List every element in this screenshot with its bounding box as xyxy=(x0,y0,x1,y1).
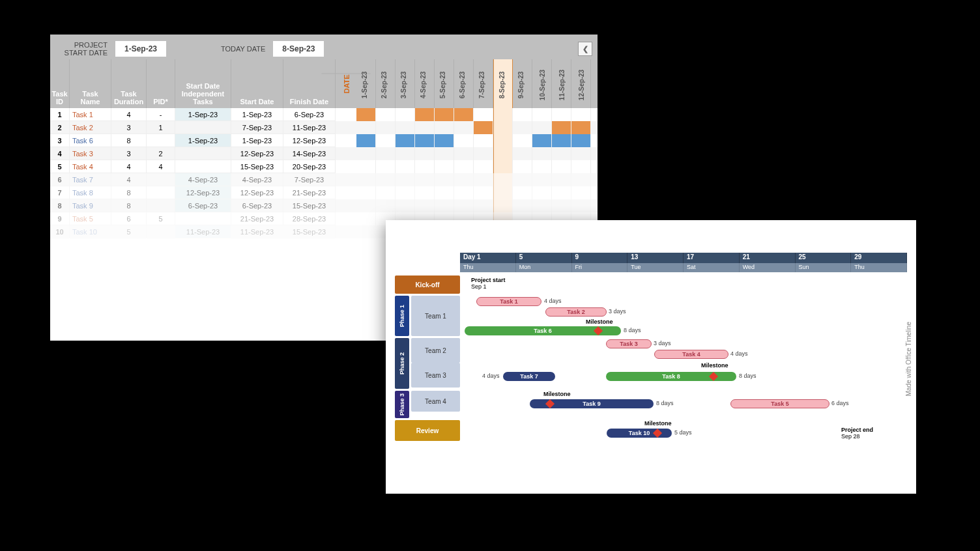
gantt-cell xyxy=(435,186,454,199)
cell[interactable]: 1-Sep-23 xyxy=(175,108,231,121)
cell[interactable]: 14-Sep-23 xyxy=(283,147,336,160)
cell[interactable]: 1-Sep-23 xyxy=(231,108,283,121)
cell[interactable]: 6-Sep-23 xyxy=(283,108,336,121)
cell[interactable]: 12-Sep-23 xyxy=(283,134,336,147)
cell[interactable]: Task 2 xyxy=(70,121,111,134)
table-row[interactable]: 7Task 8812-Sep-2312-Sep-2321-Sep-23 xyxy=(50,186,598,199)
bar-task7[interactable]: Task 7 xyxy=(503,372,555,381)
cell[interactable]: 4-Sep-23 xyxy=(231,173,283,186)
bar-task5[interactable]: Task 5 xyxy=(730,399,829,408)
project-start-marker: Project start Sep 1 xyxy=(471,277,506,290)
cell[interactable]: 4-Sep-23 xyxy=(175,173,231,186)
cell[interactable]: 15-Sep-23 xyxy=(283,225,336,238)
cell[interactable]: 12-Sep-23 xyxy=(231,186,283,199)
chevron-left-icon: ❮ xyxy=(583,45,588,53)
cell[interactable] xyxy=(175,121,231,134)
cell[interactable]: 2 xyxy=(147,147,175,160)
cell[interactable]: 4 xyxy=(111,108,147,121)
cell[interactable]: 15-Sep-23 xyxy=(231,160,283,173)
cell[interactable]: 8 xyxy=(111,199,147,212)
cell[interactable]: 1-Sep-23 xyxy=(231,134,283,147)
gantt-cell xyxy=(396,121,415,134)
cell[interactable]: 6-Sep-23 xyxy=(175,199,231,212)
cell[interactable]: Task 4 xyxy=(70,160,111,173)
cell[interactable] xyxy=(147,225,175,238)
cell[interactable]: 1 xyxy=(147,121,175,134)
cell[interactable]: Task 5 xyxy=(70,212,111,225)
cell[interactable] xyxy=(175,147,231,160)
table-row[interactable]: 4Task 33212-Sep-2314-Sep-23 xyxy=(50,147,598,160)
cell[interactable]: 1-Sep-23 xyxy=(175,134,231,147)
cell[interactable]: Task 8 xyxy=(70,186,111,199)
lane-phase2: Phase 2 Team 2 Team 3 Task 3 3 days Task… xyxy=(395,338,907,389)
cell[interactable] xyxy=(175,160,231,173)
cell[interactable]: 11-Sep-23 xyxy=(175,225,231,238)
table-row[interactable]: 8Task 986-Sep-236-Sep-2315-Sep-23 xyxy=(50,199,598,212)
cell[interactable]: 7-Sep-23 xyxy=(231,121,283,134)
project-start-value[interactable]: 1-Sep-23 xyxy=(115,41,166,57)
table-row[interactable]: 1Task 14-1-Sep-231-Sep-236-Sep-23 xyxy=(50,108,598,121)
cell[interactable]: 6-Sep-23 xyxy=(231,199,283,212)
cell[interactable]: 4 xyxy=(111,160,147,173)
bar-task2[interactable]: Task 2 xyxy=(545,307,607,317)
cell[interactable]: 3 xyxy=(111,147,147,160)
cell[interactable]: 10 xyxy=(50,225,70,238)
table-row[interactable]: 3Task 681-Sep-231-Sep-2312-Sep-23 xyxy=(50,134,598,147)
cell[interactable]: 4 xyxy=(147,160,175,173)
cell[interactable]: 8 xyxy=(111,134,147,147)
cell[interactable]: 28-Sep-23 xyxy=(283,212,336,225)
cell[interactable]: 1 xyxy=(50,108,70,121)
cell[interactable]: 7 xyxy=(50,186,70,199)
cell[interactable]: 4 xyxy=(50,147,70,160)
bar-task1[interactable]: Task 1 xyxy=(476,297,541,306)
cell[interactable] xyxy=(175,212,231,225)
cell[interactable]: 3 xyxy=(111,121,147,134)
cell[interactable]: - xyxy=(147,108,175,121)
cell[interactable]: Task 9 xyxy=(70,199,111,212)
cell[interactable]: 2 xyxy=(50,121,70,134)
cell[interactable]: 6 xyxy=(111,212,147,225)
cell[interactable]: 7-Sep-23 xyxy=(283,173,336,186)
milestone-label-1: Milestone xyxy=(586,318,613,325)
gantt-cell xyxy=(552,186,571,199)
cell[interactable]: Task 3 xyxy=(70,147,111,160)
cell[interactable]: 11-Sep-23 xyxy=(283,121,336,134)
gantt-cell xyxy=(571,147,591,160)
cell[interactable] xyxy=(147,173,175,186)
cell[interactable]: 8 xyxy=(111,186,147,199)
cell[interactable]: Task 1 xyxy=(70,108,111,121)
cell[interactable]: 8 xyxy=(50,199,70,212)
cell[interactable]: 3 xyxy=(50,134,70,147)
bar-task3[interactable]: Task 3 xyxy=(606,339,652,348)
cell[interactable]: 15-Sep-23 xyxy=(283,199,336,212)
table-row[interactable]: 6Task 744-Sep-234-Sep-237-Sep-23 xyxy=(50,173,598,186)
bar-task4[interactable]: Task 4 xyxy=(654,350,728,359)
cell[interactable]: 21-Sep-23 xyxy=(283,186,336,199)
col-duration: Task Duration xyxy=(111,59,147,108)
cell[interactable]: 12-Sep-23 xyxy=(175,186,231,199)
cell[interactable]: 5 xyxy=(111,225,147,238)
cell[interactable]: Task 10 xyxy=(70,225,111,238)
cell[interactable]: 6 xyxy=(50,173,70,186)
today-date-value[interactable]: 8-Sep-23 xyxy=(273,41,324,57)
cell[interactable]: 21-Sep-23 xyxy=(231,212,283,225)
gantt-cell xyxy=(552,134,571,147)
cell[interactable]: 12-Sep-23 xyxy=(231,147,283,160)
cell[interactable] xyxy=(147,134,175,147)
cell[interactable]: 11-Sep-23 xyxy=(231,225,283,238)
cell[interactable]: Task 6 xyxy=(70,134,111,147)
cell[interactable] xyxy=(147,199,175,212)
gantt-cell xyxy=(415,160,435,173)
gantt-cell xyxy=(532,147,552,160)
cell[interactable]: 5 xyxy=(50,160,70,173)
table-row[interactable]: 5Task 44415-Sep-2320-Sep-23 xyxy=(50,160,598,173)
cell[interactable]: 20-Sep-23 xyxy=(283,160,336,173)
cell[interactable]: 9 xyxy=(50,212,70,225)
cell[interactable] xyxy=(147,186,175,199)
table-row[interactable]: 2Task 2317-Sep-2311-Sep-23 xyxy=(50,121,598,134)
task1-duration: 4 days xyxy=(544,298,562,304)
cell[interactable]: Task 7 xyxy=(70,173,111,186)
cell[interactable]: 4 xyxy=(111,173,147,186)
cell[interactable]: 5 xyxy=(147,212,175,225)
nav-prev-button[interactable]: ❮ xyxy=(578,42,592,56)
